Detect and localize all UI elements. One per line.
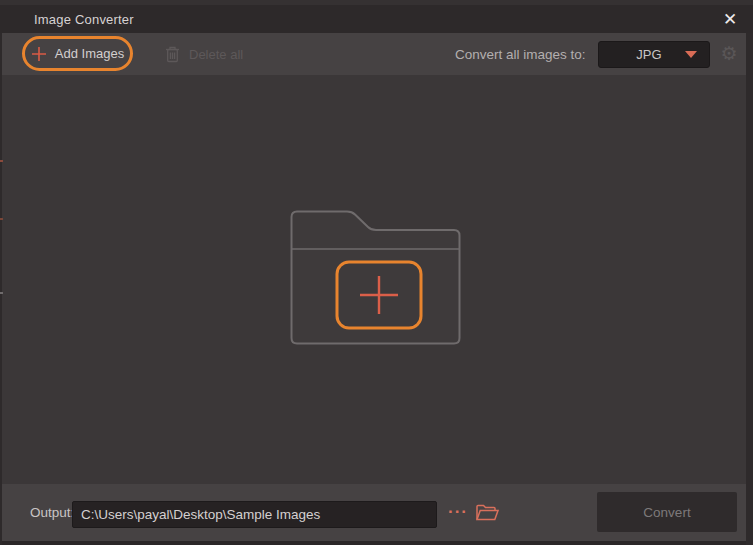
open-output-folder-button[interactable] <box>474 503 500 525</box>
close-button[interactable]: ✕ <box>714 6 746 33</box>
toolbar: Add Images Delete all Convert all images… <box>0 33 753 75</box>
right-edge-strip <box>746 33 753 545</box>
add-images-button[interactable]: Add Images <box>22 36 133 71</box>
convert-label: Convert <box>643 505 690 520</box>
footer-bar: Output: ··· Convert <box>0 484 753 541</box>
delete-all-button[interactable]: Delete all <box>165 41 243 67</box>
close-icon: ✕ <box>723 9 737 30</box>
format-dropdown[interactable]: JPG <box>598 41 710 68</box>
ellipsis-icon: ··· <box>448 502 468 521</box>
output-label: Output: <box>30 484 74 541</box>
window-title: Image Converter <box>34 12 134 27</box>
top-edge-strip <box>0 0 753 5</box>
folder-outline-icon <box>292 212 460 344</box>
gear-icon: ⚙ <box>720 43 737 64</box>
browse-path-button[interactable]: ··· <box>446 495 470 529</box>
delete-all-label: Delete all <box>189 47 243 62</box>
edge-speck <box>0 292 3 294</box>
image-converter-dialog: Image Converter ✕ Add Images <box>0 0 753 545</box>
open-folder-icon <box>475 503 499 523</box>
settings-button[interactable]: ⚙ <box>716 37 742 71</box>
convert-all-images-to-label: Convert all images to: <box>455 33 586 75</box>
output-path-input[interactable] <box>72 501 437 528</box>
format-selected-value: JPG <box>599 47 685 62</box>
edge-speck <box>0 218 3 220</box>
convert-button[interactable]: Convert <box>597 492 737 532</box>
chevron-down-icon <box>685 51 697 58</box>
bottom-edge-strip <box>0 541 753 545</box>
add-images-label: Add Images <box>55 46 124 61</box>
plus-icon <box>31 46 47 62</box>
left-edge-strip <box>0 33 2 545</box>
drop-area[interactable] <box>2 75 746 484</box>
trash-icon <box>165 46 180 63</box>
folder-dropzone-graphic <box>287 207 465 353</box>
title-bar: Image Converter ✕ <box>0 5 753 33</box>
edge-speck <box>0 160 3 162</box>
